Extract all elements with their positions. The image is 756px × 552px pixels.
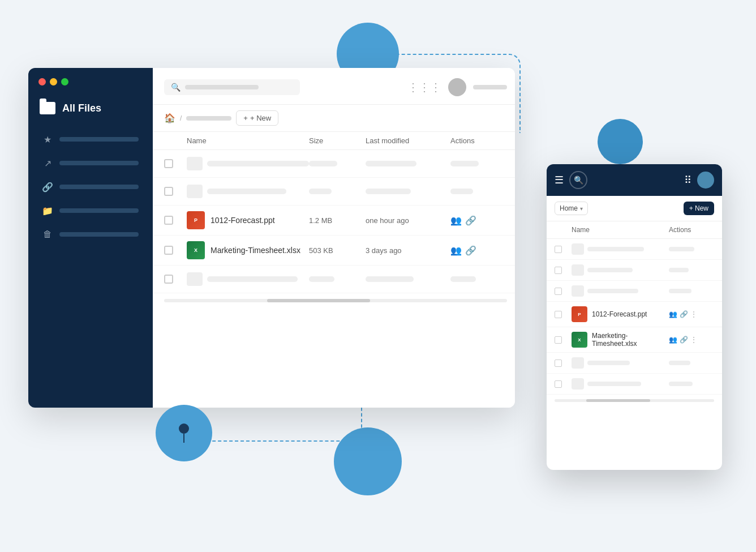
home-dropdown[interactable]: Home ▾ (555, 202, 588, 215)
row-checkbox[interactable] (164, 216, 173, 225)
row-checkbox[interactable] (555, 288, 562, 295)
row-checkbox[interactable] (164, 159, 173, 168)
sidebar-item-label (59, 161, 139, 165)
table-row (547, 374, 722, 395)
second-scrollbar-thumb[interactable] (586, 399, 650, 402)
sidebar-item-links[interactable]: 🔗 (37, 176, 144, 198)
ppt-file-date: one hour ago (366, 216, 450, 225)
table-row (153, 266, 515, 293)
link-action-icon[interactable]: 🔗 (465, 215, 476, 226)
second-checkbox-header (555, 226, 572, 234)
ppt-file-actions[interactable]: 👥 🔗 (450, 215, 507, 226)
second-scrollbar[interactable] (555, 399, 714, 402)
more-icon[interactable]: ⋮ (690, 310, 697, 318)
file-icon-placeholder (187, 272, 203, 286)
second-file-name-cell: X Maerketing-Timesheet.xlsx (572, 332, 669, 348)
share-action-icon[interactable]: 👥 (450, 215, 462, 226)
user-name-bar (473, 85, 507, 89)
table-row[interactable]: P 1012-Forecast.ppt 👥 🔗 ⋮ (547, 302, 722, 327)
actions-placeholder (669, 382, 693, 386)
row-checkbox[interactable] (555, 380, 562, 388)
grid-icon[interactable]: ⠿ (684, 174, 691, 186)
table-row (153, 178, 515, 206)
link-action-icon[interactable]: 🔗 (465, 245, 476, 256)
grid-view-icon[interactable]: ⋮⋮⋮ (407, 80, 441, 94)
sidebar-item-label (59, 232, 139, 237)
link-icon[interactable]: 🔗 (680, 310, 688, 318)
share-icon[interactable]: 👥 (669, 310, 677, 318)
scrollbar-thumb[interactable] (267, 299, 370, 302)
file-actions-placeholder (450, 161, 479, 166)
row-checkbox[interactable] (164, 187, 173, 196)
share-icon[interactable]: 👥 (669, 336, 677, 344)
file-name-placeholder (587, 247, 644, 251)
modified-header: Last modified (366, 136, 450, 145)
second-xlsx-icon: X (572, 332, 587, 348)
new-button[interactable]: + + New (236, 110, 278, 126)
sidebar-title-label: All Files (62, 102, 101, 114)
row-checkbox[interactable] (164, 246, 173, 255)
search-icon-round[interactable]: 🔍 (569, 171, 587, 189)
main-window: All Files ★ ↗ 🔗 (28, 68, 515, 408)
table-row[interactable]: X Marketing-Timesheet.xlsx 503 KB 3 days… (153, 236, 515, 266)
more-icon[interactable]: ⋮ (690, 336, 697, 344)
share-icon: ↗ (42, 158, 53, 168)
row-checkbox[interactable] (555, 246, 562, 253)
table-row (547, 239, 722, 260)
share-action-icon[interactable]: 👥 (450, 245, 462, 256)
traffic-light-red[interactable] (38, 78, 46, 85)
row-checkbox[interactable] (555, 267, 562, 274)
file-name-placeholder (207, 276, 298, 282)
new-button-plus: + (243, 114, 248, 122)
second-ppt-actions[interactable]: 👥 🔗 ⋮ (669, 310, 714, 318)
scrollbar[interactable] (164, 299, 507, 302)
second-xlsx-actions[interactable]: 👥 🔗 ⋮ (669, 336, 714, 344)
row-checkbox[interactable] (164, 275, 173, 284)
ppt-icon-label: P (194, 217, 197, 223)
actions-placeholder (669, 268, 689, 272)
row-checkbox[interactable] (555, 360, 562, 367)
sidebar-item-archive[interactable]: 📁 (37, 200, 144, 221)
home-icon[interactable]: 🏠 (164, 113, 175, 123)
file-name-placeholder (207, 189, 286, 194)
avatar-sm (697, 172, 714, 189)
search-icon: 🔍 (171, 83, 181, 92)
file-actions-placeholder (450, 189, 473, 194)
second-breadcrumb: Home ▾ + New (547, 196, 722, 221)
traffic-lights (38, 78, 68, 85)
row-checkbox[interactable] (555, 311, 562, 318)
file-icon-placeholder (187, 185, 203, 198)
xlsx-file-actions[interactable]: 👥 🔗 (450, 245, 507, 256)
traffic-light-green[interactable] (61, 78, 68, 85)
second-xlsx-name: Maerketing-Timesheet.xlsx (592, 332, 669, 348)
hamburger-icon[interactable]: ☰ (555, 174, 564, 186)
file-name-placeholder (207, 161, 309, 166)
second-ppt-icon: P (572, 306, 587, 322)
table-row (547, 281, 722, 302)
file-icon-placeholder (572, 243, 584, 255)
checkbox-header (164, 136, 187, 145)
xlsx-file-name: Marketing-Timesheet.xlsx (211, 246, 300, 255)
breadcrumb-path (186, 116, 231, 121)
file-size-placeholder (309, 161, 337, 166)
file-icon-placeholder (187, 157, 203, 170)
file-date-placeholder (366, 276, 414, 282)
search-bar[interactable]: 🔍 (164, 79, 300, 95)
traffic-light-yellow[interactable] (50, 78, 57, 85)
file-name-cell: P 1012-Forecast.ppt (187, 211, 309, 229)
breadcrumb: 🏠 / + + New (153, 105, 515, 132)
table-row[interactable]: P 1012-Forecast.ppt 1.2 MB one hour ago … (153, 206, 515, 236)
row-checkbox[interactable] (555, 336, 562, 344)
pin-stem (183, 434, 184, 443)
second-name-header: Name (572, 226, 669, 234)
new-button-sm[interactable]: + New (684, 202, 714, 215)
sidebar-item-favorites[interactable]: ★ (37, 129, 144, 150)
breadcrumb-separator: / (180, 114, 182, 122)
actions-placeholder (669, 289, 691, 293)
sidebar-item-shared[interactable]: ↗ (37, 152, 144, 174)
file-date-placeholder (366, 161, 416, 166)
sidebar-item-trash[interactable]: 🗑 (37, 224, 144, 245)
link-icon[interactable]: 🔗 (680, 336, 688, 344)
table-row[interactable]: X Maerketing-Timesheet.xlsx 👥 🔗 ⋮ (547, 327, 722, 353)
sidebar-item-label (59, 208, 139, 213)
